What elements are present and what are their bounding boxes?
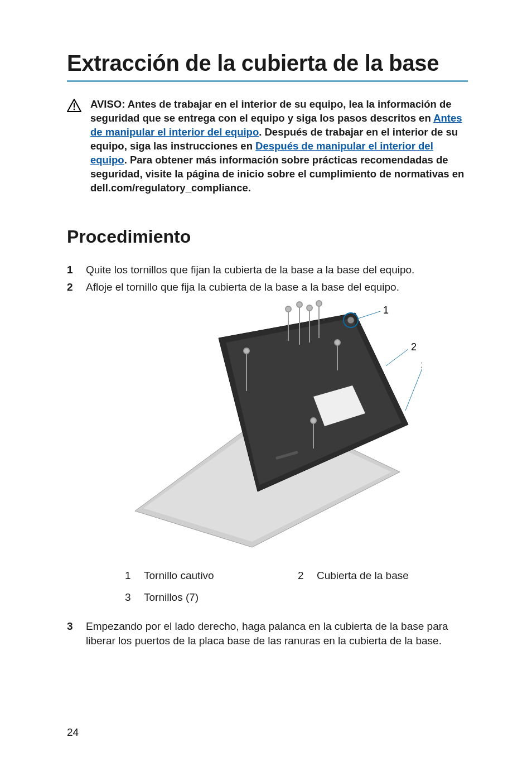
svg-line-26: [405, 369, 422, 411]
legend-num: 3: [125, 590, 133, 605]
svg-point-1: [74, 109, 75, 110]
procedure-steps: 1 Quite los tornillos que fijan la cubie…: [67, 263, 468, 648]
warning-icon: [67, 99, 81, 195]
warning-block: AVISO: Antes de trabajar en el interior …: [67, 98, 468, 195]
step-text: Quite los tornillos que fijan la cubiert…: [86, 263, 468, 277]
legend-item-1: 1 Tornillo cautivo: [125, 568, 298, 583]
legend-row: 3 Tornillos (7): [125, 590, 468, 605]
step-text: Empezando por el lado derecho, haga pala…: [86, 619, 468, 648]
svg-point-13: [297, 302, 302, 307]
aviso-part3: . Para obtener más información sobre prá…: [90, 154, 464, 194]
legend-item-3: 3 Tornillos (7): [125, 590, 298, 605]
warning-text: AVISO: Antes de trabajar en el interior …: [90, 98, 468, 195]
callout-2: 2: [411, 341, 417, 353]
callout-1: 1: [383, 305, 389, 316]
legend-label: Cubierta de la base: [317, 568, 409, 583]
legend-item-2: 2 Cubierta de la base: [298, 568, 409, 583]
svg-line-24: [358, 311, 380, 319]
title-underline: [67, 80, 468, 82]
svg-point-15: [307, 305, 312, 311]
step-body: Afloje el tornillo que fija la cubierta …: [86, 280, 468, 611]
legend-label: Tornillos (7): [144, 590, 199, 605]
legend-num: 1: [125, 568, 133, 583]
legend-num: 2: [298, 568, 306, 583]
figure-legend: 1 Tornillo cautivo 2 Cubierta de la base…: [125, 568, 468, 605]
page-title: Extracción de la cubierta de la base: [67, 50, 468, 76]
step-number: 2: [67, 280, 75, 611]
callout-3: 3: [421, 360, 422, 371]
aviso-part1: AVISO: Antes de trabajar en el interior …: [90, 98, 452, 124]
step-3: 3 Empezando por el lado derecho, haga pa…: [67, 619, 468, 648]
manual-page: Extracción de la cubierta de la base AVI…: [0, 0, 532, 762]
step-2: 2 Afloje el tornillo que fija la cubiert…: [67, 280, 468, 611]
step-text: Afloje el tornillo que fija la cubierta …: [86, 280, 468, 295]
svg-point-19: [335, 340, 340, 345]
svg-point-8: [347, 317, 354, 324]
figure-wrap: 1 2 3: [86, 299, 468, 553]
legend-row: 1 Tornillo cautivo 2 Cubierta de la base: [125, 568, 468, 583]
step-number: 1: [67, 263, 75, 277]
svg-point-11: [286, 306, 291, 312]
base-cover-figure: 1 2 3: [132, 299, 422, 553]
svg-point-21: [244, 348, 249, 354]
section-heading: Procedimiento: [67, 226, 468, 247]
step-1: 1 Quite los tornillos que fijan la cubie…: [67, 263, 468, 277]
legend-label: Tornillo cautivo: [144, 568, 214, 583]
svg-point-23: [311, 418, 316, 423]
step-number: 3: [67, 619, 75, 648]
page-number: 24: [67, 726, 79, 739]
svg-line-25: [386, 349, 408, 366]
svg-point-17: [316, 301, 322, 306]
